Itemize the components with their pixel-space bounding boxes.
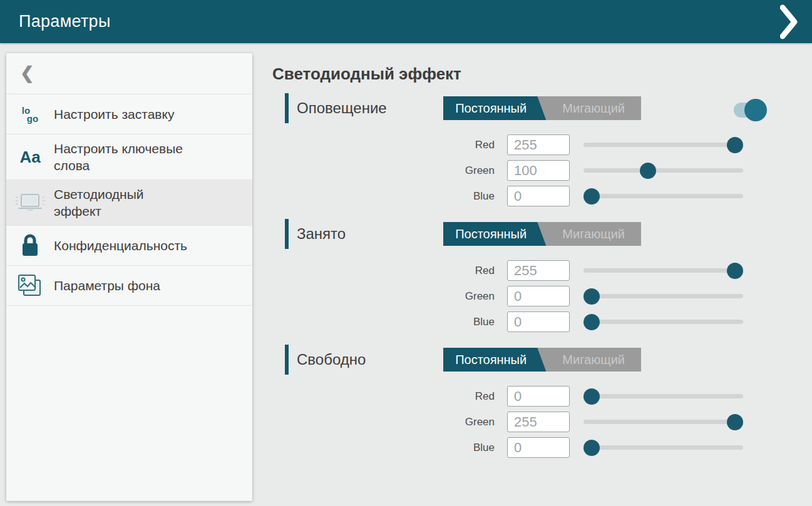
busy-blue-slider[interactable] <box>583 314 743 330</box>
green-label: Green <box>272 416 495 428</box>
sidebar-item-led-effect[interactable]: Светодиодный эффект <box>6 180 252 226</box>
section-busy: Занято Постоянный Мигающий Red Green <box>272 218 792 332</box>
mode-blinking-button[interactable]: Мигающий <box>546 348 641 372</box>
background-images-icon <box>16 273 44 299</box>
sidebar-collapse-button[interactable]: ❮ <box>6 53 252 94</box>
red-channel-row: Red <box>272 260 792 281</box>
green-label: Green <box>272 164 495 177</box>
mode-constant-button[interactable]: Постоянный <box>443 222 546 246</box>
section-accent-bar <box>285 93 289 123</box>
red-channel-row: Red <box>272 134 792 155</box>
red-label: Red <box>272 265 495 277</box>
free-mode-switch: Постоянный Мигающий <box>443 348 641 372</box>
blue-label: Blue <box>272 442 495 454</box>
free-red-input[interactable] <box>507 386 570 407</box>
alert-mode-switch: Постоянный Мигающий <box>443 96 641 120</box>
sidebar-item-label: Параметры фона <box>54 277 160 294</box>
alert-green-slider[interactable] <box>583 163 743 179</box>
keywords-icon: Aa <box>19 149 40 165</box>
slider-thumb[interactable] <box>583 440 600 456</box>
sidebar: ❮ logo Настроить заставку Aa Настроить к… <box>6 53 252 501</box>
blue-label: Blue <box>272 190 495 203</box>
led-effect-icon <box>14 191 46 214</box>
blue-channel-row: Blue <box>272 186 792 206</box>
page-title: Светодиодный эффект <box>272 64 792 84</box>
slider-thumb[interactable] <box>727 414 743 430</box>
sidebar-item-keywords[interactable]: Aa Настроить ключевые слова <box>6 134 252 180</box>
blue-label: Blue <box>272 316 495 328</box>
collapse-panel-button[interactable] <box>776 5 802 39</box>
logo-icon: logo <box>22 106 38 123</box>
section-title: Свободно <box>297 351 366 368</box>
slider-thumb[interactable] <box>727 263 743 279</box>
sidebar-item-background[interactable]: Параметры фона <box>6 266 252 306</box>
section-accent-bar <box>285 345 289 375</box>
green-channel-row: Green <box>272 160 792 181</box>
sidebar-item-privacy[interactable]: Конфиденциальность <box>6 226 252 266</box>
mode-blinking-button[interactable]: Мигающий <box>546 96 641 120</box>
section-title: Занято <box>297 225 346 243</box>
topbar: Параметры <box>0 0 812 43</box>
free-green-input[interactable] <box>507 412 570 432</box>
free-red-slider[interactable] <box>583 388 743 405</box>
sidebar-item-screensaver[interactable]: logo Настроить заставку <box>6 94 252 134</box>
sidebar-item-label: Светодиодный эффект <box>54 186 195 220</box>
busy-green-slider[interactable] <box>583 288 743 305</box>
busy-red-slider[interactable] <box>583 263 743 279</box>
busy-blue-input[interactable] <box>507 311 570 332</box>
busy-red-input[interactable] <box>507 260 570 281</box>
section-accent-bar <box>285 219 289 249</box>
section-alert: Оповещение Постоянный Мигающий Red Green <box>272 93 792 206</box>
chevron-right-icon <box>780 4 798 39</box>
section-free: Свободно Постоянный Мигающий Red Green <box>272 344 792 458</box>
section-title: Оповещение <box>297 99 387 117</box>
slider-thumb[interactable] <box>583 188 600 205</box>
slider-thumb[interactable] <box>727 137 743 153</box>
busy-mode-switch: Постоянный Мигающий <box>443 222 641 246</box>
alert-blue-slider[interactable] <box>583 188 743 205</box>
app-title: Параметры <box>19 12 111 31</box>
green-label: Green <box>272 290 495 303</box>
blue-channel-row: Blue <box>272 311 792 332</box>
mode-constant-button[interactable]: Постоянный <box>443 96 546 120</box>
red-channel-row: Red <box>272 386 792 407</box>
slider-thumb[interactable] <box>583 288 600 305</box>
slider-thumb[interactable] <box>583 314 600 330</box>
mode-blinking-button[interactable]: Мигающий <box>546 222 641 246</box>
free-green-slider[interactable] <box>583 414 743 430</box>
busy-green-input[interactable] <box>507 286 570 306</box>
mode-constant-button[interactable]: Постоянный <box>443 348 546 372</box>
alert-red-input[interactable] <box>507 134 570 155</box>
alert-green-input[interactable] <box>507 160 570 181</box>
free-blue-slider[interactable] <box>583 440 743 456</box>
led-effect-panel: Светодиодный эффект Оповещение Постоянны… <box>272 43 792 463</box>
chevron-left-icon: ❮ <box>20 65 34 82</box>
toggle-knob <box>744 99 767 121</box>
slider-thumb[interactable] <box>640 163 656 179</box>
blue-channel-row: Blue <box>272 437 792 458</box>
free-blue-input[interactable] <box>507 437 570 458</box>
privacy-lock-icon <box>19 233 41 258</box>
red-label: Red <box>272 139 495 151</box>
red-label: Red <box>272 390 495 403</box>
sidebar-item-label: Настроить заставку <box>54 106 174 123</box>
green-channel-row: Green <box>272 412 792 432</box>
sidebar-item-label: Настроить ключевые слова <box>54 140 195 174</box>
green-channel-row: Green <box>272 286 792 306</box>
alert-blue-input[interactable] <box>507 186 570 206</box>
sidebar-item-label: Конфиденциальность <box>54 237 187 254</box>
slider-thumb[interactable] <box>583 388 600 405</box>
alert-enable-toggle[interactable] <box>734 103 759 118</box>
alert-red-slider[interactable] <box>583 137 743 153</box>
